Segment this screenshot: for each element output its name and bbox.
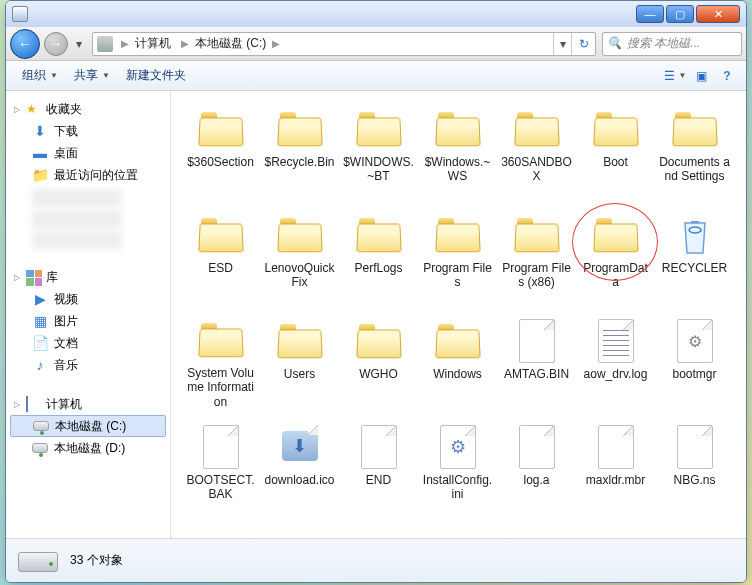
close-button[interactable]: ✕ xyxy=(696,5,740,23)
computer-group[interactable]: ▷ 计算机 xyxy=(6,394,170,415)
sidebar-item-视频[interactable]: ▶视频 xyxy=(6,288,170,310)
file-label: Program Files (x86) xyxy=(501,261,572,290)
libraries-group[interactable]: ▷ 库 xyxy=(6,267,170,288)
file-item[interactable]: Windows xyxy=(420,313,495,413)
nav-history-dropdown[interactable]: ▾ xyxy=(72,34,86,54)
file-item[interactable]: $Windows.~WS xyxy=(420,101,495,201)
minimize-button[interactable]: — xyxy=(636,5,664,23)
file-item[interactable]: $360Section xyxy=(183,101,258,201)
file-label: RECYCLER xyxy=(662,261,727,275)
preview-pane-button[interactable]: ▣ xyxy=(690,65,712,87)
sidebar-item-下载[interactable]: ⬇下载 xyxy=(6,120,170,142)
file-item[interactable]: ESD xyxy=(183,207,258,307)
file-item[interactable]: END xyxy=(341,419,416,519)
file-item[interactable]: Program Files xyxy=(420,207,495,307)
folder-icon xyxy=(515,218,559,252)
file-item[interactable]: LenovoQuickFix xyxy=(262,207,337,307)
file-label: $WINDOWS.~BT xyxy=(343,155,414,184)
file-item[interactable]: System Volume Information xyxy=(183,313,258,413)
library-item-icon: 📄 xyxy=(32,335,48,351)
breadcrumb-computer[interactable]: ▶ 计算机 xyxy=(117,33,177,55)
file-item[interactable]: ⬇download.ico xyxy=(262,419,337,519)
drive-icon xyxy=(33,418,49,434)
file-label: System Volume Information xyxy=(185,366,256,409)
file-item[interactable]: $WINDOWS.~BT xyxy=(341,101,416,201)
folder-icon xyxy=(278,218,322,252)
library-item-icon: ▦ xyxy=(32,313,48,329)
file-item[interactable]: BOOTSECT.BAK xyxy=(183,419,258,519)
file-icon xyxy=(677,425,713,469)
file-item[interactable]: Users xyxy=(262,313,337,413)
file-label: $Windows.~WS xyxy=(422,155,493,184)
file-item[interactable]: ⚙bootmgr xyxy=(657,313,732,413)
search-placeholder: 搜索 本地磁... xyxy=(627,35,700,52)
navigation-pane: ▷ ★ 收藏夹 ⬇下载▬桌面📁最近访问的位置 ▷ 库 ▶视频▦图片📄文档♪音乐 … xyxy=(6,91,171,538)
help-button[interactable]: ? xyxy=(716,65,738,87)
sidebar-item-drive[interactable]: 本地磁盘 (D:) xyxy=(6,437,170,459)
file-label: log.a xyxy=(523,473,549,487)
library-item-icon: ♪ xyxy=(32,357,48,373)
file-label: ProgramData xyxy=(580,261,651,290)
drive-icon xyxy=(32,440,48,456)
file-item[interactable]: aow_drv.log xyxy=(578,313,653,413)
redacted-item xyxy=(32,189,122,207)
file-label: AMTAG.BIN xyxy=(504,367,569,381)
address-dropdown[interactable]: ▾ xyxy=(553,33,571,55)
file-label: Users xyxy=(284,367,315,381)
folder-icon xyxy=(357,218,401,252)
sidebar-item-最近访问的位置[interactable]: 📁最近访问的位置 xyxy=(6,164,170,186)
file-item[interactable]: ⚙InstallConfig.ini xyxy=(420,419,495,519)
maximize-button[interactable]: ▢ xyxy=(666,5,694,23)
file-item[interactable]: ProgramData xyxy=(578,207,653,307)
file-label: Boot xyxy=(603,155,628,169)
file-item[interactable]: NBG.ns xyxy=(657,419,732,519)
favorite-icon: 📁 xyxy=(32,167,48,183)
sidebar-item-文档[interactable]: 📄文档 xyxy=(6,332,170,354)
file-item[interactable]: maxldr.mbr xyxy=(578,419,653,519)
file-label: END xyxy=(366,473,391,487)
back-button[interactable]: ← xyxy=(10,29,40,59)
redacted-item xyxy=(32,210,122,228)
file-label: 360SANDBOX xyxy=(501,155,572,184)
file-item[interactable]: WGHO xyxy=(341,313,416,413)
sidebar-item-音乐[interactable]: ♪音乐 xyxy=(6,354,170,376)
file-item[interactable]: AMTAG.BIN xyxy=(499,313,574,413)
folder-icon xyxy=(436,112,480,146)
file-item[interactable]: 360SANDBOX xyxy=(499,101,574,201)
organize-menu[interactable]: 组织▼ xyxy=(14,61,66,90)
file-item[interactable]: RECYCLER xyxy=(657,207,732,307)
file-label: ESD xyxy=(208,261,233,275)
favorite-icon: ⬇ xyxy=(32,123,48,139)
view-options-button[interactable]: ☰▼ xyxy=(664,65,686,87)
app-icon xyxy=(12,6,28,22)
file-label: Windows xyxy=(433,367,482,381)
refresh-button[interactable]: ↻ xyxy=(571,33,595,55)
file-item[interactable]: PerfLogs xyxy=(341,207,416,307)
recycle-bin-icon xyxy=(673,213,717,257)
file-item[interactable]: $Recycle.Bin xyxy=(262,101,337,201)
title-bar[interactable]: — ▢ ✕ xyxy=(6,1,746,27)
file-item[interactable]: Documents and Settings xyxy=(657,101,732,201)
search-icon: 🔍 xyxy=(607,36,623,52)
file-item[interactable]: log.a xyxy=(499,419,574,519)
favorites-group[interactable]: ▷ ★ 收藏夹 xyxy=(6,99,170,120)
file-label: BOOTSECT.BAK xyxy=(185,473,256,502)
file-label: Program Files xyxy=(422,261,493,290)
folder-icon xyxy=(278,324,322,358)
forward-button[interactable]: → xyxy=(44,32,68,56)
breadcrumb-drive-c[interactable]: ▶ 本地磁盘 (C:) ▶ xyxy=(177,33,284,55)
search-box[interactable]: 🔍 搜索 本地磁... xyxy=(602,32,742,56)
drive-icon xyxy=(97,36,113,52)
folder-icon xyxy=(436,324,480,358)
file-label: aow_drv.log xyxy=(584,367,648,381)
sidebar-item-drive[interactable]: 本地磁盘 (C:) xyxy=(10,415,166,437)
file-item[interactable]: Program Files (x86) xyxy=(499,207,574,307)
file-item[interactable]: Boot xyxy=(578,101,653,201)
sidebar-item-图片[interactable]: ▦图片 xyxy=(6,310,170,332)
file-label: maxldr.mbr xyxy=(586,473,645,487)
share-menu[interactable]: 共享▼ xyxy=(66,61,118,90)
new-folder-button[interactable]: 新建文件夹 xyxy=(118,61,194,90)
file-list[interactable]: $360Section$Recycle.Bin$WINDOWS.~BT$Wind… xyxy=(171,91,746,538)
address-bar[interactable]: ▶ 计算机 ▶ 本地磁盘 (C:) ▶ ▾ ↻ xyxy=(92,32,596,56)
sidebar-item-桌面[interactable]: ▬桌面 xyxy=(6,142,170,164)
